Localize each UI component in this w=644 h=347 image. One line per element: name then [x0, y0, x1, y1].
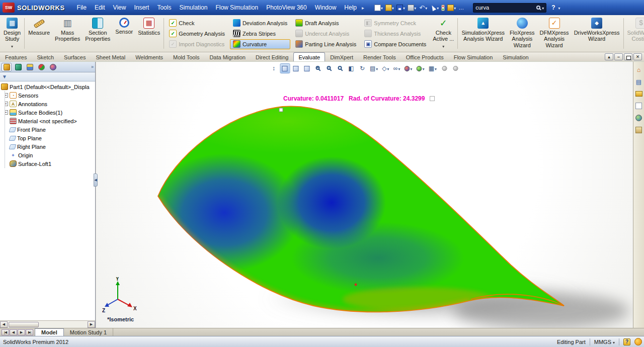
tab-simulation[interactable]: Simulation: [498, 52, 533, 61]
menu-window[interactable]: Window: [311, 2, 341, 14]
mass-properties-button[interactable]: Mass Properties: [52, 16, 83, 51]
options-button[interactable]: [446, 3, 457, 12]
design-library-icon[interactable]: [635, 78, 643, 85]
motion-study-tab[interactable]: Motion Study 1: [64, 328, 113, 336]
dfmxpress-wizard-button[interactable]: DFMXpress Analysis Wizard: [537, 16, 572, 51]
section-properties-button[interactable]: Section Properties: [83, 16, 113, 51]
curvature-button[interactable]: Curvature: [230, 39, 290, 49]
previous-tab-icon[interactable]: [10, 329, 17, 335]
undo-button[interactable]: [418, 3, 428, 12]
menu-help[interactable]: Help: [340, 2, 361, 14]
hide-show-items-icon[interactable]: [392, 63, 402, 73]
close-icon[interactable]: [633, 53, 642, 60]
panel-overflow-chevron-icon[interactable]: [91, 64, 94, 69]
menu-tools[interactable]: Tools: [153, 2, 175, 14]
tree-item-top-plane[interactable]: Top Plane: [5, 134, 95, 142]
restore-icon[interactable]: [624, 53, 632, 60]
simulationxpress-wizard-button[interactable]: SimulationXpress Analysis Wizard: [459, 16, 507, 51]
tab-office-products[interactable]: Office Products: [401, 52, 449, 61]
tab-direct-editing[interactable]: Direct Editing: [251, 52, 293, 61]
search-input[interactable]: [475, 5, 535, 11]
zoom-in-icon[interactable]: [313, 63, 323, 73]
print-button[interactable]: [407, 3, 417, 12]
panel-splitter-handle[interactable]: [94, 173, 98, 187]
camera-icon[interactable]: [439, 63, 449, 73]
resource-monitor-icon[interactable]: [634, 338, 642, 345]
tree-item-annotations[interactable]: Annotations: [5, 100, 95, 108]
tab-data-migration[interactable]: Data Migration: [204, 52, 251, 61]
tree-filter-bar[interactable]: [0, 72, 95, 81]
apply-scene-icon[interactable]: [415, 63, 426, 73]
parting-line-analysis-button[interactable]: Parting Line Analysis: [292, 39, 359, 49]
menu-insert[interactable]: Insert: [130, 2, 153, 14]
expand-icon[interactable]: [5, 93, 8, 98]
tab-evaluate[interactable]: Evaluate: [293, 52, 325, 61]
menu-file[interactable]: File: [73, 2, 91, 14]
select-button[interactable]: [429, 3, 440, 12]
scroll-right-icon[interactable]: [88, 321, 95, 328]
tab-render-tools[interactable]: Render Tools: [358, 52, 401, 61]
view-settings-icon[interactable]: [427, 63, 438, 73]
tree-item-right-plane[interactable]: Right Plane: [5, 142, 95, 151]
quick-tips-icon[interactable]: [623, 338, 630, 345]
driveworksxpress-wizard-button[interactable]: DriveWorksXpress Wizard: [572, 16, 622, 51]
compare-documents-button[interactable]: Compare Documents: [361, 39, 429, 49]
save-button[interactable]: [395, 3, 406, 12]
tab-flow-simulation[interactable]: Flow Simulation: [449, 52, 498, 61]
named-view-icon[interactable]: [302, 63, 312, 73]
collapse-commandmanager-icon[interactable]: [605, 53, 613, 60]
tree-horizontal-scrollbar[interactable]: [0, 320, 95, 328]
units-selector[interactable]: MMGS: [594, 339, 615, 345]
first-tab-icon[interactable]: [2, 329, 9, 335]
tab-features[interactable]: Features: [0, 52, 32, 61]
sensor-button[interactable]: Sensor: [113, 16, 135, 51]
tab-mold-tools[interactable]: Mold Tools: [168, 52, 204, 61]
propertymanager-tab[interactable]: [13, 63, 23, 71]
zoom-fit-icon[interactable]: [335, 63, 345, 73]
section-view-icon[interactable]: [346, 63, 356, 73]
solidworks-resources-icon[interactable]: [635, 66, 643, 73]
expand-icon[interactable]: [5, 102, 8, 106]
menu-simulation[interactable]: Simulation: [175, 2, 211, 14]
scrollbar-thumb[interactable]: [9, 322, 39, 327]
display-style-icon[interactable]: [368, 63, 379, 73]
help-icon[interactable]: [551, 4, 555, 11]
statistics-button[interactable]: Statistics: [135, 16, 163, 51]
toolbar-overflow-button[interactable]: [457, 4, 466, 12]
custom-properties-icon[interactable]: [635, 126, 643, 134]
featuremanager-tree-tab[interactable]: [2, 63, 12, 71]
search-icon[interactable]: [536, 6, 540, 10]
rotate-view-icon[interactable]: [357, 63, 367, 73]
geometry-analysis-button[interactable]: Geometry Analysis: [166, 29, 228, 39]
tree-root-part[interactable]: Part1 (Default<<Default>_Displa: [0, 82, 95, 91]
menu-photoview360[interactable]: PhotoView 360: [262, 2, 311, 14]
view-orientation-cube-icon[interactable]: [280, 63, 290, 73]
tree-item-front-plane[interactable]: Front Plane: [5, 125, 95, 134]
previous-view-icon[interactable]: [291, 63, 301, 73]
file-explorer-icon[interactable]: [635, 90, 643, 98]
last-tab-icon[interactable]: [26, 329, 33, 335]
graphics-area[interactable]: Curvature: 0.0411017 Rad. of Curvature: …: [96, 62, 633, 328]
rebuild-button[interactable]: [440, 4, 446, 12]
design-study-button[interactable]: Design Study: [1, 16, 23, 51]
floxpress-wizard-button[interactable]: FloXpress Analysis Wizard: [507, 16, 537, 51]
titlebar-chevron-icon[interactable]: [558, 4, 560, 11]
menu-flow-simulation[interactable]: Flow Simulation: [211, 2, 262, 14]
tab-dimxpert[interactable]: DimXpert: [325, 52, 358, 61]
displaymanager-tab[interactable]: [48, 63, 58, 71]
curvature-surface[interactable]: [148, 89, 564, 312]
deviation-analysis-button[interactable]: Deviation Analysis: [230, 18, 290, 28]
minimize-icon[interactable]: [614, 53, 623, 60]
search-scope-chevron-icon[interactable]: [542, 4, 544, 11]
configurationmanager-tab[interactable]: [25, 63, 35, 71]
check-active-button[interactable]: Check Active ...: [430, 16, 456, 51]
draft-analysis-button[interactable]: Draft Analysis: [292, 18, 359, 28]
menu-edit[interactable]: Edit: [91, 2, 109, 14]
tab-sketch[interactable]: Sketch: [32, 52, 59, 61]
view-palette-icon[interactable]: [635, 102, 643, 110]
open-button[interactable]: [384, 3, 395, 12]
zoom-area-icon[interactable]: [324, 63, 334, 73]
tab-surfaces[interactable]: Surfaces: [59, 52, 91, 61]
view-orientation-menu-icon[interactable]: [380, 63, 390, 73]
tree-item-material[interactable]: Material <not specified>: [5, 117, 95, 125]
